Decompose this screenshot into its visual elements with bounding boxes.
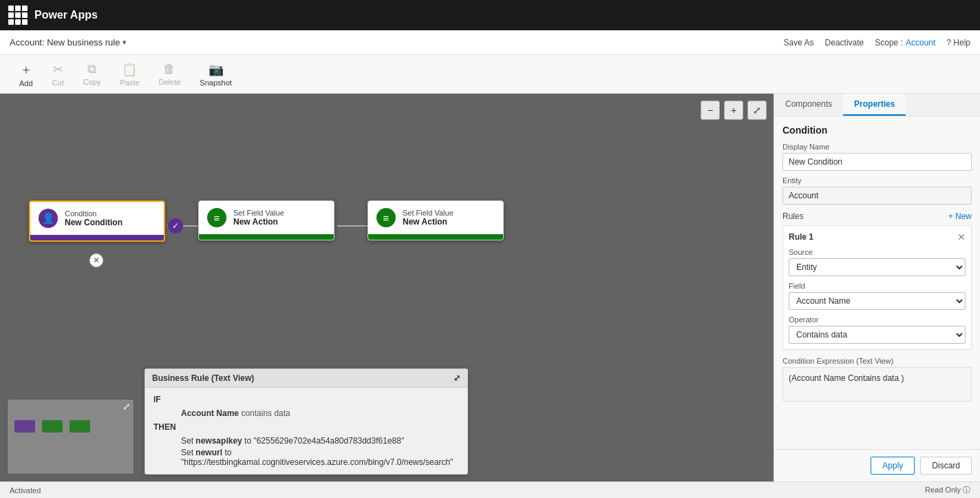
panel-section-title: Condition	[782, 125, 972, 136]
biz-rule-body: IF Account Name contains data THEN Set n…	[145, 388, 467, 474]
delete-button[interactable]: 🗑 Delete	[149, 58, 191, 90]
breadcrumb[interactable]: Account: New business rule ▾	[10, 37, 127, 48]
breadcrumb-bar: Account: New business rule ▾ Save As Dea…	[0, 30, 980, 55]
rule-card-header: Rule 1 ✕	[789, 231, 966, 242]
add-icon: ＋	[20, 61, 32, 78]
delete-condition-button[interactable]: ✕	[89, 253, 103, 267]
condition-expr-text: (Account Name Contains data )	[789, 373, 904, 383]
condition-node-bar	[30, 235, 164, 240]
tab-properties[interactable]: Properties	[843, 94, 906, 116]
paste-button[interactable]: 📋 Paste	[110, 58, 149, 91]
action1-node-bar	[199, 234, 334, 240]
then-content: Set newsapikey to "6255629e702e4a54a80d7…	[153, 436, 459, 467]
right-panel: Components Properties Condition Display …	[774, 94, 980, 481]
scope-label: Scope : Account	[875, 38, 935, 48]
biz-rule-title: Business Rule (Text View)	[152, 373, 254, 383]
statusbar: Activated Read Only ⓘ	[0, 481, 980, 498]
condition-expr-label: Condition Expression (Text View)	[782, 357, 972, 365]
breadcrumb-text: Account: New business rule	[10, 37, 120, 48]
condition-type-label: Condition	[65, 209, 122, 218]
check-connector: ✓	[168, 218, 183, 234]
then-key2: newurl	[195, 448, 222, 457]
cut-icon: ✂	[53, 62, 63, 77]
action1-name-label: New Action	[233, 217, 284, 227]
if-keyword: IF	[153, 395, 178, 404]
action2-node-header: ≡ Set Field Value New Action	[368, 201, 503, 234]
scope-value[interactable]: Account	[906, 38, 935, 48]
field-select[interactable]: Account Name	[789, 292, 966, 310]
action2-type-label: Set Field Value	[403, 209, 454, 217]
rules-label: Rules	[782, 211, 804, 221]
then-val2: "https://testbingkamal.cognitiveservices…	[181, 457, 453, 467]
breadcrumb-chevron[interactable]: ▾	[122, 38, 127, 47]
deactivate-button[interactable]: Deactivate	[825, 38, 864, 48]
display-name-input[interactable]	[782, 153, 972, 171]
entity-label: Entity	[782, 176, 972, 185]
operator-select[interactable]: Contains data	[789, 326, 966, 344]
field-label-prop: Field	[789, 282, 966, 290]
action1-type-label: Set Field Value	[233, 209, 284, 217]
paste-icon: 📋	[122, 62, 137, 77]
panel-content: Condition Display Name Entity Rules + Ne…	[774, 116, 980, 449]
biz-rule-header: Business Rule (Text View) ⤢	[145, 369, 467, 388]
action2-name-label: New Action	[403, 217, 454, 227]
rules-header: Rules + New	[782, 211, 972, 221]
biz-rule-expand-button[interactable]: ⤢	[454, 373, 460, 383]
help-button[interactable]: ? Help	[946, 38, 970, 48]
snapshot-button[interactable]: 📷 Snapshot	[190, 58, 241, 91]
app-title: Power Apps	[34, 9, 98, 21]
condition-name-label: New Condition	[65, 218, 122, 227]
condition-node[interactable]: 👤 Condition New Condition	[29, 200, 165, 242]
action1-node-icon: ≡	[207, 208, 226, 227]
display-name-label: Display Name	[782, 143, 972, 151]
minimap-expand-button[interactable]: ⤢	[122, 401, 131, 412]
add-button[interactable]: ＋ Add	[10, 57, 43, 92]
readonly-indicator: Read Only ⓘ	[925, 485, 970, 495]
fit-screen-button[interactable]: ⤢	[747, 101, 767, 120]
action-node-1[interactable]: ≡ Set Field Value New Action	[198, 200, 334, 240]
entity-input[interactable]	[782, 187, 972, 205]
operator-label: Operator	[789, 315, 966, 324]
zoom-out-button[interactable]: −	[701, 101, 720, 120]
apps-icon[interactable]	[8, 6, 28, 25]
main-area: − + ⤢ 👤 Condition New Condition ✓ ✕ ≡	[0, 94, 980, 481]
contains-text: contains data	[241, 408, 290, 418]
snapshot-icon: 📷	[209, 62, 224, 77]
copy-button[interactable]: ⧉ Copy	[74, 58, 111, 90]
rule-then-row: THEN	[153, 422, 459, 432]
toolbar: ＋ Add ✂ Cut ⧉ Copy 📋 Paste 🗑 Delete 📷 Sn…	[0, 55, 980, 94]
condition-expr-box: (Account Name Contains data )	[782, 367, 972, 402]
then-line1: Set newsapikey to "6255629e702e4a54a80d7…	[181, 436, 459, 446]
rule-card-1: Rule 1 ✕ Source Entity Field Account Nam…	[782, 225, 972, 350]
save-as-button[interactable]: Save As	[784, 38, 814, 48]
then-keyword: THEN	[153, 422, 178, 432]
panel-tabs: Components Properties	[774, 94, 980, 116]
action2-node-text: Set Field Value New Action	[403, 209, 454, 227]
action2-node-bar	[368, 234, 503, 240]
status-text: Activated	[10, 486, 41, 495]
account-name-highlight: Account Name	[181, 408, 239, 418]
source-label: Source	[789, 248, 966, 256]
panel-footer: Apply Discard	[774, 449, 980, 481]
tab-components[interactable]: Components	[774, 94, 843, 116]
rule-close-button[interactable]: ✕	[957, 231, 966, 242]
canvas[interactable]: − + ⤢ 👤 Condition New Condition ✓ ✕ ≡	[0, 94, 774, 481]
delete-icon: 🗑	[163, 62, 175, 76]
cut-button[interactable]: ✂ Cut	[43, 58, 74, 91]
source-select[interactable]: Entity	[789, 258, 966, 276]
condition-node-text: Condition New Condition	[65, 209, 122, 227]
action1-node-header: ≡ Set Field Value New Action	[199, 201, 334, 234]
add-new-rule-button[interactable]: + New	[948, 211, 972, 221]
action-node-2[interactable]: ≡ Set Field Value New Action	[368, 200, 504, 240]
action2-node-icon: ≡	[376, 208, 396, 227]
zoom-controls: − + ⤢	[701, 101, 767, 120]
apply-button[interactable]: Apply	[871, 457, 915, 475]
rule-card-title: Rule 1	[789, 232, 813, 242]
if-content: Account Name contains data	[181, 408, 290, 418]
discard-button[interactable]: Discard	[920, 457, 972, 475]
action1-node-text: Set Field Value New Action	[233, 209, 284, 227]
then-line2: Set newurl to "https://testbingkamal.cog…	[181, 448, 459, 467]
zoom-in-button[interactable]: +	[724, 101, 743, 120]
condition-node-header: 👤 Condition New Condition	[30, 202, 164, 235]
biz-rule-panel: Business Rule (Text View) ⤢ IF Account N…	[145, 369, 468, 475]
